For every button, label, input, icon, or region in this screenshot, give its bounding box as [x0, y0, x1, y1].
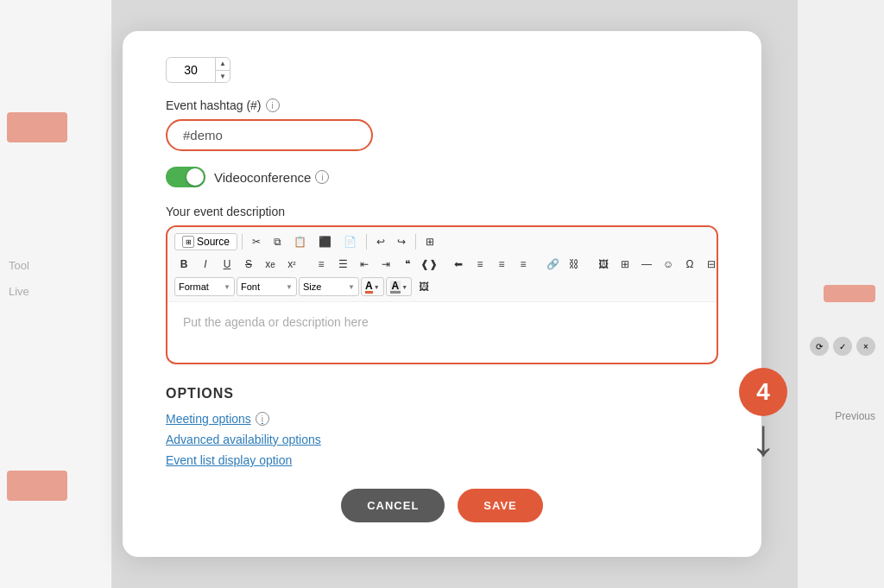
cancel-button[interactable]: CANCEL	[341, 489, 445, 522]
sidebar-item-live[interactable]: Live	[9, 285, 29, 298]
sidebar-bottom-button[interactable]	[7, 471, 67, 501]
bg-color-button[interactable]: A ▼	[386, 277, 413, 296]
hr-button[interactable]: —	[637, 255, 656, 274]
right-panel: ⟳ ✓ × Previous	[798, 0, 884, 588]
editor-toolbar: ⊞ Source ✂ ⧉ 📋 ⬛ 📄 ↩ ↪ ⊞	[167, 227, 717, 302]
toolbar-divider-2	[366, 234, 367, 250]
find-replace-button[interactable]: ⊞	[420, 232, 439, 251]
increase-indent-button[interactable]: ⇥	[376, 255, 395, 274]
number-spinner[interactable]: 30 ▲ ▼	[166, 57, 230, 83]
videoconference-row: Videoconference i	[166, 167, 718, 187]
font-color-arrow: ▼	[374, 284, 380, 290]
spinner-down[interactable]: ▼	[216, 71, 230, 83]
videoconference-label: Videoconference i	[214, 170, 329, 185]
size-arrow: ▼	[348, 283, 355, 291]
page-background: Tool Live ⟳ ✓ × Previous 30 ▲ ▼ Event ha…	[0, 0, 884, 588]
sidebar-item-tool[interactable]: Tool	[9, 259, 29, 272]
options-section: OPTIONS Meeting options i Advanced avail…	[166, 386, 718, 467]
special-char-button[interactable]: Ω	[680, 255, 699, 274]
blockquote-button[interactable]: ❝	[398, 255, 417, 274]
right-prev-label[interactable]: Previous	[835, 410, 875, 422]
spinner-value: 30	[167, 63, 215, 77]
paste-from-word-button[interactable]: 📄	[338, 232, 362, 251]
font-select[interactable]: Font ▼	[237, 277, 297, 296]
sidebar-top-button[interactable]	[7, 112, 67, 142]
right-icon-2[interactable]: ✓	[833, 337, 852, 356]
right-badge	[824, 285, 875, 302]
step-arrow-down: ↓	[750, 412, 776, 464]
editor-content[interactable]: Put the agenda or description here	[167, 302, 717, 363]
modal-card: 30 ▲ ▼ Event hashtag (#) i Videoconferen…	[123, 31, 761, 557]
ordered-list-button[interactable]: ≡	[312, 255, 331, 274]
format-arrow: ▼	[224, 283, 230, 291]
spinner-up[interactable]: ▲	[216, 58, 230, 71]
subscript-button[interactable]: xe	[261, 255, 280, 274]
toggle-thumb	[186, 168, 204, 186]
videoconference-info-icon[interactable]: i	[315, 170, 329, 184]
right-icon-3[interactable]: ×	[856, 337, 875, 356]
image-inline-button[interactable]: 🖼	[414, 277, 434, 296]
right-icon-group: ⟳ ✓ ×	[810, 337, 875, 356]
italic-button[interactable]: I	[196, 255, 215, 274]
unordered-list-button[interactable]: ☰	[333, 255, 352, 274]
spinner-arrows: ▲ ▼	[215, 58, 230, 82]
div-button[interactable]: ❰❱	[420, 255, 439, 274]
source-button[interactable]: ⊞ Source	[174, 233, 237, 250]
font-arrow: ▼	[286, 283, 293, 291]
unlink-button[interactable]: ⛓	[565, 255, 584, 274]
bg-color-arrow: ▼	[401, 284, 407, 290]
superscript-button[interactable]: x²	[282, 255, 301, 274]
step-overlay: 4 ↓	[739, 368, 787, 464]
underline-button[interactable]: U	[218, 255, 237, 274]
align-left-button[interactable]: ⬅	[449, 255, 468, 274]
size-select[interactable]: Size ▼	[299, 277, 359, 296]
emoji-button[interactable]: ☺	[659, 255, 678, 274]
advanced-availability-link[interactable]: Advanced availability options	[166, 433, 718, 446]
event-list-display-link[interactable]: Event list display option	[166, 453, 718, 467]
align-center-button[interactable]: ≡	[470, 255, 489, 274]
toolbar-row3: Format ▼ Font ▼ Size ▼ A ▼	[174, 277, 710, 296]
description-label: Your event description	[166, 205, 718, 218]
decrease-indent-button[interactable]: ⇤	[355, 255, 374, 274]
bold-button[interactable]: B	[174, 255, 193, 274]
undo-button[interactable]: ↩	[371, 232, 390, 251]
source-icon: ⊞	[182, 236, 194, 248]
strikethrough-button[interactable]: S	[239, 255, 258, 274]
toolbar-divider-3	[415, 234, 416, 250]
toolbar-row1: ⊞ Source ✂ ⧉ 📋 ⬛ 📄 ↩ ↪ ⊞	[174, 232, 710, 251]
paste-button[interactable]: 📋	[288, 232, 312, 251]
font-color-button[interactable]: A ▼	[361, 277, 384, 296]
sidebar: Tool Live	[0, 0, 112, 588]
hashtag-label: Event hashtag (#) i	[166, 98, 718, 112]
cut-button[interactable]: ✂	[247, 232, 266, 251]
toolbar-row2: B I U S xe x² ≡ ☰ ⇤ ⇥ ❝ ❰❱ ⬅ ≡ ≡	[174, 255, 710, 274]
save-button[interactable]: SAVE	[458, 489, 542, 522]
font-color-a: A	[365, 281, 373, 294]
copy-button[interactable]: ⧉	[268, 232, 287, 251]
show-blocks-button[interactable]: ⊟	[702, 255, 718, 274]
spinner-row: 30 ▲ ▼	[166, 57, 718, 83]
options-title: OPTIONS	[166, 386, 718, 401]
format-select[interactable]: Format ▼	[174, 277, 235, 296]
align-justify-button[interactable]: ≡	[514, 255, 533, 274]
videoconference-toggle[interactable]	[166, 167, 205, 187]
hashtag-input[interactable]	[166, 119, 373, 151]
editor-container: ⊞ Source ✂ ⧉ 📋 ⬛ 📄 ↩ ↪ ⊞	[166, 225, 718, 364]
bg-color-a: A	[390, 281, 401, 294]
right-icon-1[interactable]: ⟳	[810, 337, 829, 356]
button-row: CANCEL SAVE	[166, 489, 718, 522]
table-button[interactable]: ⊞	[616, 255, 635, 274]
align-right-button[interactable]: ≡	[492, 255, 511, 274]
image-button[interactable]: 🖼	[594, 255, 613, 274]
link-button[interactable]: 🔗	[543, 255, 562, 274]
meeting-options-info[interactable]: i	[256, 412, 269, 426]
meeting-options-link[interactable]: Meeting options i	[166, 412, 718, 426]
redo-button[interactable]: ↪	[392, 232, 411, 251]
hashtag-info-icon[interactable]: i	[266, 98, 280, 112]
paste-plain-button[interactable]: ⬛	[313, 232, 337, 251]
toolbar-divider-1	[242, 234, 243, 250]
